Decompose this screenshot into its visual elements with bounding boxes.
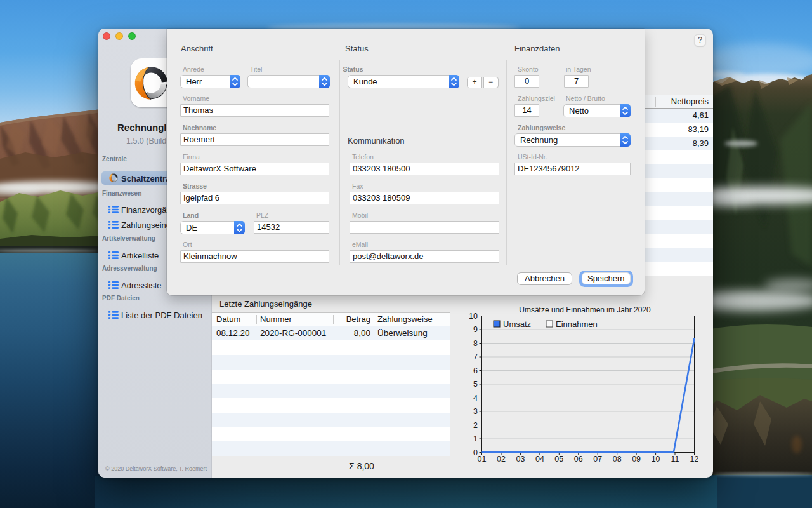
svg-text:6: 6 (473, 366, 478, 375)
svg-text:03: 03 (516, 455, 525, 462)
svg-text:7: 7 (473, 352, 478, 361)
svg-text:10: 10 (469, 312, 478, 321)
svg-text:Einnahmen: Einnahmen (556, 319, 598, 329)
svg-text:2: 2 (473, 421, 478, 430)
svg-text:9: 9 (473, 325, 478, 334)
svg-text:4: 4 (473, 394, 478, 403)
svg-text:08: 08 (613, 455, 622, 462)
svg-text:10: 10 (652, 455, 660, 462)
svg-text:1: 1 (473, 434, 478, 443)
svg-text:09: 09 (632, 455, 641, 462)
svg-text:01: 01 (478, 455, 487, 462)
svg-text:05: 05 (554, 455, 563, 462)
svg-text:Umsatz: Umsatz (503, 319, 531, 329)
svg-text:3: 3 (473, 407, 478, 416)
svg-text:04: 04 (535, 455, 544, 462)
svg-text:02: 02 (497, 455, 506, 462)
svg-text:Umsätze und Einnahmen im Jahr: Umsätze und Einnahmen im Jahr 2020 (519, 305, 651, 314)
svg-text:11: 11 (671, 455, 679, 462)
svg-text:8: 8 (473, 339, 478, 348)
svg-text:5: 5 (473, 380, 478, 389)
svg-text:06: 06 (574, 455, 583, 462)
svg-text:07: 07 (593, 455, 602, 462)
svg-text:12: 12 (690, 455, 698, 462)
